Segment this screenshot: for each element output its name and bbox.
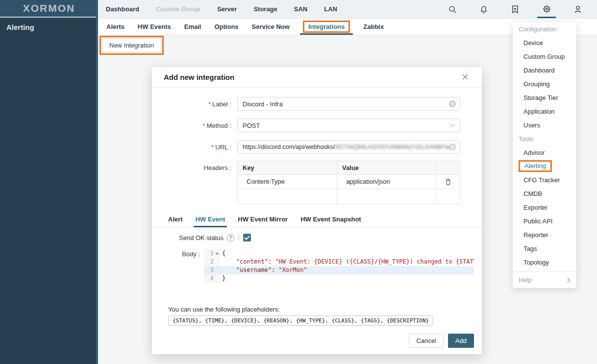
headers-field-row: Headers : Key Value Content-Type applica… xyxy=(152,161,482,204)
send-ok-checkbox[interactable] xyxy=(243,234,251,242)
label-field-caption: *Label : xyxy=(152,100,234,108)
tab-zabbix[interactable]: Zabbix xyxy=(363,19,384,35)
code-text: } xyxy=(220,274,474,283)
annotation-box-integrations: Integrations xyxy=(303,21,350,33)
settings-gear-icon[interactable] xyxy=(537,0,556,18)
method-field-row: *Method : POST xyxy=(152,119,482,132)
body-code-editor[interactable]: 1 { 2 "content": "HW Event: {DEVICE} ({C… xyxy=(204,249,474,283)
nav-dashboard[interactable]: Dashboard xyxy=(106,5,139,13)
menu-item-alerting-label: Alerting xyxy=(524,162,546,170)
tab-service-now[interactable]: Service Now xyxy=(252,19,290,35)
url-input[interactable]: https://discord.com/api/webhooks/9f27XkQ… xyxy=(237,140,460,154)
code-text: { xyxy=(220,249,474,258)
header-row-empty xyxy=(238,189,460,204)
annotation-box-new-integration: New Integration xyxy=(100,36,164,55)
tab-alert[interactable]: Alert xyxy=(168,216,183,227)
body-field-caption: Body : xyxy=(152,249,200,283)
col-action xyxy=(437,161,460,174)
send-ok-status-row: Send OK status ? : xyxy=(179,234,251,242)
menu-item-advisor[interactable]: Advisor xyxy=(513,146,576,159)
json-colon: : xyxy=(268,258,275,265)
menu-item-reporter[interactable]: Reporter xyxy=(513,228,576,242)
method-select[interactable]: POST xyxy=(237,119,460,132)
line-number: 4 xyxy=(204,274,214,283)
menu-item-dashboard[interactable]: Dashboard xyxy=(513,63,576,77)
menu-item-exporter[interactable]: Exporter xyxy=(513,200,576,214)
method-select-value: POST xyxy=(243,122,260,129)
line-number: 3 xyxy=(204,266,214,274)
tab-integrations-label: Integrations xyxy=(308,23,345,30)
json-colon: : xyxy=(272,267,278,273)
fold-gutter xyxy=(214,274,220,283)
menu-item-help-label: Help xyxy=(519,276,532,284)
tab-options[interactable]: Options xyxy=(214,19,238,35)
url-field-row: *URL : https://discord.com/api/webhooks/… xyxy=(152,140,482,154)
json-key: "content" xyxy=(222,258,268,265)
menu-item-users[interactable]: Users xyxy=(513,118,576,132)
menu-item-help[interactable]: Help xyxy=(513,272,576,288)
label-input[interactable]: Discord - Infra xyxy=(237,97,460,111)
header-key-cell[interactable] xyxy=(238,189,337,204)
nav-custom-group[interactable]: Custom Group xyxy=(156,5,200,13)
menu-item-grouping[interactable]: Grouping xyxy=(513,77,576,91)
new-integration-button[interactable]: New Integration xyxy=(102,38,161,52)
editor-line-active: 3 "username": "XorMon" xyxy=(204,266,474,274)
nav-server[interactable]: Server xyxy=(217,5,237,13)
menu-item-storage-tier[interactable]: Storage Tier xyxy=(513,91,576,104)
fold-arrow-icon[interactable] xyxy=(214,249,220,258)
menu-item-alerting[interactable]: Alerting xyxy=(513,159,576,173)
nav-lan[interactable]: LAN xyxy=(324,5,337,13)
user-profile-icon[interactable] xyxy=(569,0,587,18)
editor-line: 4 } xyxy=(204,274,474,283)
tab-alerts[interactable]: Alerts xyxy=(106,19,124,35)
menu-item-custom-group[interactable]: Custom Group xyxy=(513,49,576,63)
clear-input-icon[interactable] xyxy=(449,144,456,150)
modal-header: Add new integration xyxy=(152,67,482,88)
required-marker: * xyxy=(208,100,211,108)
header-value-cell[interactable] xyxy=(337,189,437,204)
menu-item-public-api[interactable]: Public API xyxy=(513,214,576,228)
col-value: Value xyxy=(337,161,437,174)
clear-input-icon[interactable] xyxy=(449,100,456,107)
json-key: "username" xyxy=(222,267,272,273)
delete-header-icon[interactable] xyxy=(437,175,460,189)
label-field-row: *Label : Discord - Infra xyxy=(152,97,482,111)
code-text: "content": "HW Event: {DEVICE} ({CLASS}/… xyxy=(220,258,474,266)
notifications-bell-icon[interactable] xyxy=(474,0,493,18)
line-number: 2 xyxy=(204,258,214,266)
nav-san[interactable]: SAN xyxy=(294,5,307,13)
menu-item-application[interactable]: Application xyxy=(513,104,576,118)
headers-field-caption: Headers : xyxy=(152,161,234,171)
fold-gutter xyxy=(214,258,220,266)
close-icon[interactable] xyxy=(461,73,470,82)
add-button[interactable]: Add xyxy=(448,334,474,348)
add-integration-modal: Add new integration *Label : Discord - I… xyxy=(152,67,482,354)
header-key-cell[interactable]: Content-Type xyxy=(238,175,337,189)
header-value-cell[interactable]: application/json xyxy=(337,175,437,189)
tab-email[interactable]: Email xyxy=(184,19,201,35)
tab-hw-event-snapshot[interactable]: HW Event Snapshot xyxy=(300,216,361,227)
tab-hw-event[interactable]: HW Event xyxy=(196,216,225,227)
help-circle-icon[interactable]: ? xyxy=(227,234,234,242)
tab-hw-event-mirror[interactable]: HW Event Mirror xyxy=(238,216,288,227)
tab-integrations[interactable]: Integrations xyxy=(303,19,350,35)
menu-item-topology[interactable]: Topology xyxy=(513,255,576,269)
menu-item-cmdb[interactable]: CMDB xyxy=(513,187,576,200)
cancel-button[interactable]: Cancel xyxy=(409,334,443,348)
search-icon[interactable] xyxy=(443,0,462,18)
editor-line: 1 { xyxy=(204,249,474,258)
headers-table: Key Value Content-Type application/json xyxy=(237,161,460,204)
nav-storage[interactable]: Storage xyxy=(253,5,277,13)
top-header: Dashboard Custom Group Server Storage SA… xyxy=(98,0,597,19)
line-number: 1 xyxy=(204,249,214,258)
editor-line: 2 "content": "HW Event: {DEVICE} ({CLASS… xyxy=(204,258,474,266)
tab-hw-events[interactable]: HW Events xyxy=(138,19,171,35)
header-row-content-type: Content-Type application/json xyxy=(238,175,460,189)
xormon-logo: XORMON xyxy=(23,2,75,14)
bookmark-star-icon[interactable] xyxy=(506,0,524,18)
sidebar: XORMON Alerting xyxy=(0,0,98,364)
url-redacted-segment: 9f27XkQ84LmZr03TvNb6WqYs51JcHd8PaeG2u xyxy=(335,144,455,150)
menu-item-cfg-tracker[interactable]: CFG Tracker xyxy=(513,173,576,187)
menu-item-tags[interactable]: Tags xyxy=(513,242,576,255)
menu-item-device[interactable]: Device xyxy=(513,36,576,49)
